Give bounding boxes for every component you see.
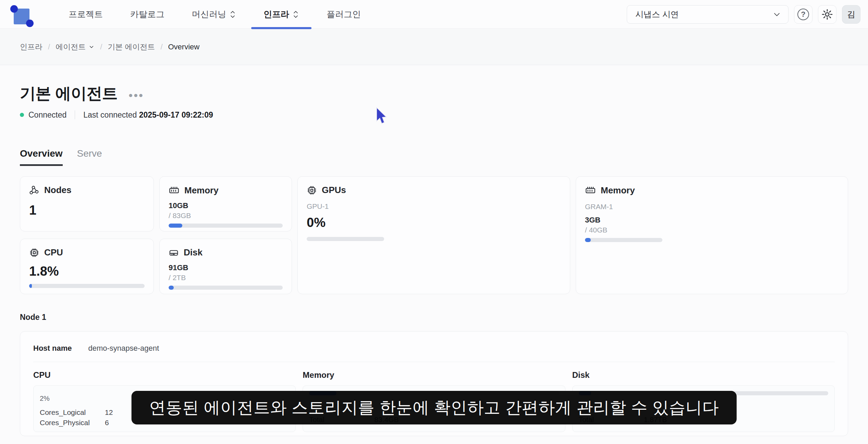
- cpu-progress: [29, 284, 145, 288]
- memory-icon: [169, 185, 180, 196]
- memory-card-header: Memory: [169, 185, 283, 196]
- disk-progress-fill: [169, 286, 174, 290]
- active-nav-underline: [251, 27, 311, 29]
- help-icon: ?: [797, 9, 809, 20]
- project-select[interactable]: 시냅스 시연: [627, 5, 788, 24]
- page-tabs: Overview Serve: [20, 148, 102, 166]
- app-root: 프로젝트 카탈로그 머신러닝 인프라 플러그인: [0, 0, 868, 444]
- breadcrumb-agent[interactable]: 에이전트: [56, 42, 95, 52]
- breadcrumb-agent-label: 에이전트: [56, 42, 86, 52]
- memory-total: / 83GB: [169, 212, 283, 220]
- row-label: Cores_Logical: [40, 407, 105, 418]
- breadcrumb-default-agent[interactable]: 기본 에이전트: [108, 42, 155, 52]
- status-text: Connected: [28, 110, 66, 120]
- node-memory-title: Memory: [303, 370, 565, 380]
- nav-item-label: 프로젝트: [69, 9, 103, 20]
- status-dot-icon: [20, 113, 24, 117]
- disk-icon: [169, 248, 179, 258]
- breadcrumb: 인프라 / 에이전트 / 기본 에이전트 / Overview: [20, 42, 199, 52]
- card-title: Memory: [601, 185, 635, 196]
- host-name-row: Host name demo-synapse-agent: [33, 344, 835, 353]
- disk-total: / 2TB: [169, 274, 283, 282]
- gpus-card-header: GPUs: [307, 185, 561, 195]
- breadcrumb-bar: 인프라 / 에이전트 / 기본 에이전트 / Overview: [0, 29, 868, 65]
- memory-card: Memory 10GB / 83GB: [159, 176, 292, 231]
- nav-item-infra[interactable]: 인프라: [251, 0, 311, 29]
- memory-progress: [169, 224, 283, 228]
- last-connected-label: Last connected: [83, 110, 137, 119]
- user-avatar[interactable]: 김: [842, 5, 860, 24]
- nav-item-machine-learning[interactable]: 머신러닝: [180, 0, 248, 29]
- gram-memory-card: Memory GRAM-1 3GB / 40GB: [576, 176, 848, 294]
- last-connected-value: 2025-09-17 09:22:09: [139, 110, 213, 119]
- nav-item-label: 플러그인: [327, 9, 361, 20]
- chevron-down-icon: [772, 10, 781, 19]
- help-button[interactable]: ?: [794, 5, 812, 24]
- card-title: CPU: [44, 247, 63, 258]
- summary-cards: Nodes 1 Memory 10GB / 83GB: [20, 176, 848, 294]
- gram-label: GRAM-1: [585, 203, 839, 211]
- page-title-row: 기본 에이전트 •••: [20, 83, 144, 104]
- nodes-card-header: Nodes: [29, 185, 145, 195]
- last-connected: Last connected 2025-09-17 09:22:09: [83, 110, 213, 120]
- breadcrumb-overview: Overview: [168, 43, 200, 51]
- navbar-right-cluster: 시냅스 시연 ? 김: [627, 5, 860, 24]
- project-select-value: 시냅스 시연: [635, 9, 772, 20]
- divider: [33, 362, 835, 362]
- cpu-usage-value: 1.8%: [29, 264, 145, 279]
- video-subtitle-caption: 연동된 에이전트와 스토리지를 한눈에 확인하고 간편하게 관리할 수 있습니다: [131, 391, 737, 424]
- more-options-icon[interactable]: •••: [129, 90, 144, 97]
- gram-card-header: Memory: [585, 185, 839, 196]
- gpus-card: GPUs GPU-1 0%: [297, 176, 570, 294]
- breadcrumb-separator: /: [160, 43, 162, 51]
- page-title: 기본 에이전트: [20, 83, 118, 104]
- status-divider: [75, 110, 75, 119]
- nodes-value: 1: [29, 203, 145, 218]
- memory-progress-fill: [169, 224, 182, 228]
- row-label: Cores_Physical: [40, 418, 105, 428]
- row-value: 6: [105, 418, 109, 428]
- memory-used: 10GB: [169, 201, 283, 210]
- nav-item-label: 인프라: [264, 9, 289, 20]
- disk-used: 91GB: [169, 263, 283, 272]
- connection-status-row: Connected Last connected 2025-09-17 09:2…: [20, 108, 213, 121]
- card-title: Nodes: [44, 185, 71, 195]
- main-nav: 프로젝트 카탈로그 머신러닝 인프라 플러그인: [56, 0, 373, 29]
- nodes-card: Nodes 1: [20, 176, 154, 231]
- disk-progress: [169, 286, 283, 290]
- caret-updown-icon: [229, 10, 236, 19]
- gram-total: / 40GB: [585, 226, 839, 234]
- caret-updown-icon: [292, 10, 299, 19]
- disk-card-header: Disk: [169, 247, 283, 258]
- nav-item-catalog[interactable]: 카탈로그: [118, 0, 177, 29]
- node-cpu-title: CPU: [33, 370, 296, 380]
- cpu-card-header: CPU: [29, 247, 145, 258]
- cpu-chip-icon: [29, 248, 39, 258]
- host-name-label: Host name: [33, 344, 72, 353]
- memory-icon: [585, 185, 596, 196]
- gpu-chip-icon: [307, 185, 317, 195]
- breadcrumb-separator: /: [100, 43, 102, 51]
- mouse-cursor-icon: [375, 107, 389, 128]
- nav-item-plugins[interactable]: 플러그인: [314, 0, 373, 29]
- nodes-icon: [29, 185, 39, 195]
- tab-serve[interactable]: Serve: [77, 148, 102, 166]
- gear-icon: [821, 8, 833, 21]
- nav-item-label: 카탈로그: [130, 9, 164, 20]
- gram-used: 3GB: [585, 216, 839, 225]
- card-title: Disk: [184, 247, 203, 258]
- node-heading: Node 1: [20, 313, 46, 322]
- gram-progress: [585, 238, 662, 242]
- cpu-progress-fill: [29, 284, 32, 288]
- nav-item-projects[interactable]: 프로젝트: [56, 0, 115, 29]
- breadcrumb-separator: /: [48, 43, 50, 51]
- tab-overview[interactable]: Overview: [20, 148, 63, 166]
- host-name-value: demo-synapse-agent: [88, 344, 159, 353]
- top-navbar: 프로젝트 카탈로그 머신러닝 인프라 플러그인: [0, 0, 868, 29]
- node-disk-title: Disk: [572, 370, 835, 380]
- app-logo-icon[interactable]: [12, 3, 35, 26]
- chevron-down-icon: [88, 44, 95, 50]
- breadcrumb-infra[interactable]: 인프라: [20, 42, 42, 52]
- settings-button[interactable]: [818, 5, 836, 24]
- gpu-usage-value: 0%: [307, 215, 561, 230]
